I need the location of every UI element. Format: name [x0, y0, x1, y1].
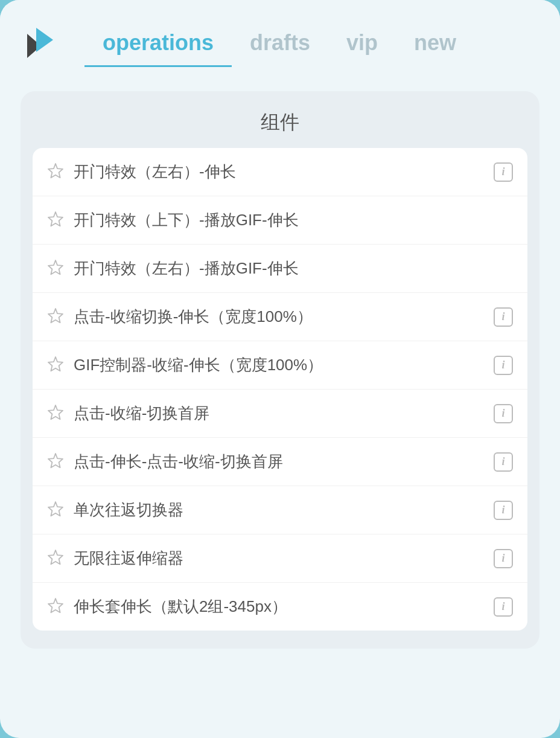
- info-icon[interactable]: i: [494, 501, 513, 520]
- list-item[interactable]: 点击-伸长-点击-收缩-切换首屏i: [33, 438, 527, 486]
- item-label: GIF控制器-收缩-伸长（宽度100%）: [74, 355, 484, 376]
- info-icon[interactable]: i: [494, 307, 513, 327]
- tab-drafts[interactable]: drafts: [232, 24, 328, 67]
- info-icon[interactable]: i: [494, 356, 513, 375]
- item-label: 开门特效（左右）-伸长: [74, 161, 484, 182]
- info-icon[interactable]: i: [494, 549, 513, 568]
- header: operations drafts vip new: [0, 0, 560, 67]
- item-label: 点击-收缩-切换首屏: [74, 403, 484, 424]
- star-icon[interactable]: [47, 404, 64, 423]
- star-icon[interactable]: [47, 211, 64, 230]
- list-item[interactable]: 开门特效（左右）-伸长i: [33, 148, 527, 196]
- list-item[interactable]: 伸长套伸长（默认2组-345px）i: [33, 583, 527, 631]
- items-list: 开门特效（左右）-伸长i 开门特效（上下）-播放GIF-伸长 开门特效（左右）-…: [33, 148, 527, 631]
- tab-operations[interactable]: operations: [84, 24, 232, 67]
- star-icon[interactable]: [47, 549, 64, 568]
- nav-tabs: operations drafts vip new: [84, 24, 536, 67]
- app-container: operations drafts vip new 组件 开门特效（左右）-伸长…: [0, 0, 560, 738]
- item-label: 开门特效（左右）-播放GIF-伸长: [74, 258, 513, 279]
- section-title: 组件: [21, 91, 539, 148]
- info-icon[interactable]: i: [494, 162, 513, 182]
- main-content: 组件 开门特效（左右）-伸长i 开门特效（上下）-播放GIF-伸长 开门特效（左…: [21, 91, 539, 649]
- star-icon[interactable]: [47, 452, 64, 472]
- item-label: 点击-收缩切换-伸长（宽度100%）: [74, 306, 484, 327]
- tab-vip[interactable]: vip: [328, 24, 396, 67]
- star-icon[interactable]: [47, 356, 64, 375]
- svg-marker-1: [36, 28, 53, 52]
- list-item[interactable]: 开门特效（上下）-播放GIF-伸长: [33, 196, 527, 245]
- item-label: 伸长套伸长（默认2组-345px）: [74, 596, 484, 617]
- star-icon[interactable]: [47, 597, 64, 617]
- list-item[interactable]: 点击-收缩-切换首屏i: [33, 390, 527, 438]
- list-item[interactable]: 无限往返伸缩器i: [33, 534, 527, 583]
- info-icon[interactable]: i: [494, 597, 513, 617]
- info-icon[interactable]: i: [494, 452, 513, 472]
- list-item[interactable]: 开门特效（左右）-播放GIF-伸长: [33, 245, 527, 293]
- item-label: 点击-伸长-点击-收缩-切换首屏: [74, 451, 484, 472]
- item-label: 无限往返伸缩器: [74, 548, 484, 569]
- list-item[interactable]: 单次往返切换器i: [33, 486, 527, 534]
- item-label: 单次往返切换器: [74, 499, 484, 521]
- app-logo: [24, 25, 60, 67]
- star-icon[interactable]: [47, 307, 64, 327]
- list-item[interactable]: GIF控制器-收缩-伸长（宽度100%）i: [33, 341, 527, 390]
- star-icon[interactable]: [47, 259, 64, 278]
- list-item[interactable]: 点击-收缩切换-伸长（宽度100%）i: [33, 293, 527, 341]
- info-icon[interactable]: i: [494, 404, 513, 423]
- item-label: 开门特效（上下）-播放GIF-伸长: [74, 210, 513, 231]
- tab-new[interactable]: new: [396, 24, 474, 67]
- star-icon[interactable]: [47, 162, 64, 182]
- star-icon[interactable]: [47, 501, 64, 520]
